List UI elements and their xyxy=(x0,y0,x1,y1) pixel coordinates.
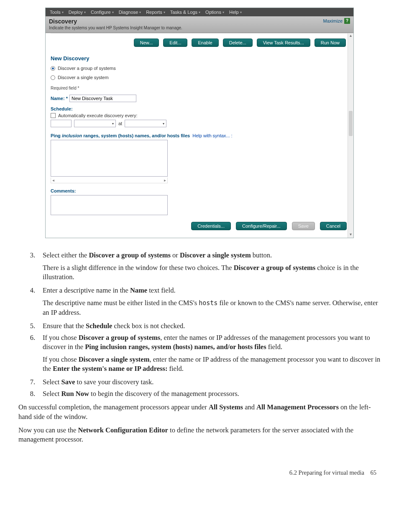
page-footer: 6.2 Preparing for virtual media 65 xyxy=(8,469,376,476)
document-body: 3. Select either the Discover a group of… xyxy=(18,251,381,444)
maximize-link[interactable]: Maximize xyxy=(323,18,343,23)
textarea-hscroll[interactable]: ◂▸ xyxy=(51,177,168,183)
comments-textarea[interactable] xyxy=(51,195,168,215)
credentials-button[interactable]: Credentials... xyxy=(191,222,231,230)
radio-single-system[interactable] xyxy=(51,75,55,80)
scroll-thumb[interactable] xyxy=(349,111,353,136)
delete-button[interactable]: Delete... xyxy=(223,39,253,47)
app-window: Tools Deploy Configure Diagnose Reports … xyxy=(45,8,354,238)
configure-repair-button[interactable]: Configure/Repair... xyxy=(236,222,287,230)
step-number: 4. xyxy=(18,286,38,295)
step-number: 7. xyxy=(18,378,38,387)
menubar: Tools Deploy Configure Diagnose Reports … xyxy=(46,8,353,16)
schedule-unit-select[interactable] xyxy=(74,120,116,127)
titlebar: Discovery Indicate the systems you want … xyxy=(46,16,353,33)
scroll-down-icon[interactable]: ▾ xyxy=(348,232,353,238)
schedule-checkbox[interactable] xyxy=(51,113,56,118)
name-label: Name: * xyxy=(51,96,68,101)
name-input[interactable] xyxy=(69,95,136,102)
inner-scrollbar[interactable]: ▴ ▾ xyxy=(348,33,353,238)
menu-options[interactable]: Options xyxy=(204,9,226,15)
schedule-time-select[interactable] xyxy=(125,120,166,127)
section-heading: New Discovery xyxy=(51,55,348,62)
radio-group-systems[interactable] xyxy=(51,66,55,71)
bottom-button-bar: Credentials... Configure/Repair... Save … xyxy=(51,222,348,230)
schedule-label: Schedule: xyxy=(51,106,348,111)
menu-tools[interactable]: Tools xyxy=(48,9,65,15)
run-now-button[interactable]: Run Now xyxy=(315,39,346,47)
menu-diagnose[interactable]: Diagnose xyxy=(117,9,143,15)
new-button[interactable]: New... xyxy=(134,39,159,47)
schedule-checkbox-label: Automatically execute discovery every: xyxy=(58,113,138,118)
menu-tasks-logs[interactable]: Tasks & Logs xyxy=(169,9,202,15)
menu-configure[interactable]: Configure xyxy=(89,9,115,15)
menu-reports[interactable]: Reports xyxy=(144,9,167,15)
comments-label: Comments: xyxy=(51,188,348,193)
enable-button[interactable]: Enable xyxy=(192,39,218,47)
radio-single-system-label: Discover a single system xyxy=(58,75,109,80)
ping-targets-textarea[interactable] xyxy=(51,140,168,177)
scroll-up-icon[interactable]: ▴ xyxy=(348,33,353,39)
page-title: Discovery xyxy=(49,18,182,25)
menu-deploy[interactable]: Deploy xyxy=(67,9,87,15)
view-task-results-button[interactable]: View Task Results... xyxy=(257,39,310,47)
step-number: 3. xyxy=(18,251,38,260)
schedule-at-label: at xyxy=(118,121,122,126)
schedule-value-input[interactable] xyxy=(51,120,72,127)
toolbar: New... Edit... Enable Delete... View Tas… xyxy=(51,33,348,50)
edit-button[interactable]: Edit... xyxy=(163,39,187,47)
page-subtitle: Indicate the systems you want HP Systems… xyxy=(49,26,182,30)
help-icon[interactable]: ? xyxy=(344,18,350,24)
step-number: 6. xyxy=(18,333,38,352)
step-number: 8. xyxy=(18,389,38,398)
radio-group-systems-label: Discover a group of systems xyxy=(58,66,116,71)
help-syntax-link[interactable]: Help with syntax... : xyxy=(192,133,232,138)
ping-label: Ping inclusion ranges, system (hosts) na… xyxy=(51,133,348,138)
step-number: 5. xyxy=(18,321,38,331)
save-button[interactable]: Save xyxy=(292,222,315,230)
required-hint: Required field * xyxy=(51,86,348,90)
menu-help[interactable]: Help xyxy=(228,9,243,15)
content-area: ▴ ▾ New... Edit... Enable Delete... View… xyxy=(46,33,353,238)
cancel-button[interactable]: Cancel xyxy=(320,222,347,230)
